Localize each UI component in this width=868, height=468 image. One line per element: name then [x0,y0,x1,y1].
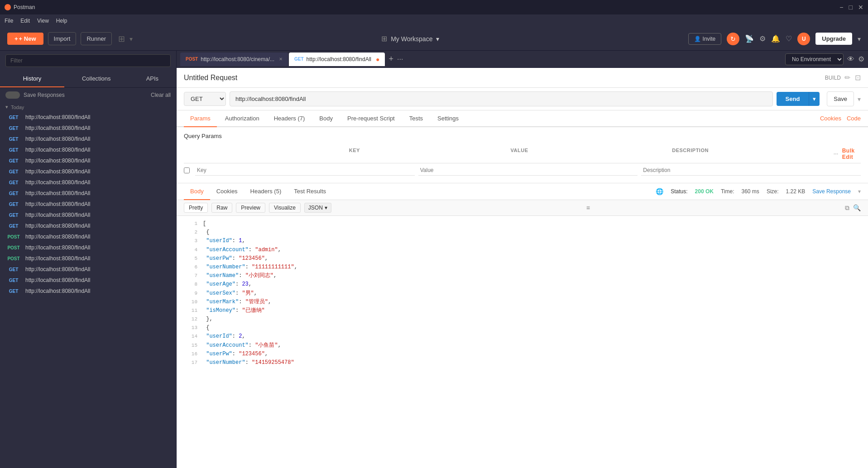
params-more-icon[interactable]: ··· [834,151,839,157]
bulk-edit-link[interactable]: Bulk Edit [842,148,861,160]
method-select[interactable]: GET POST PUT DELETE [184,92,226,106]
import-button[interactable]: Import [48,32,77,45]
url-input[interactable] [230,91,773,106]
history-item[interactable]: GEThttp://localhost:8080/findAll [0,112,176,123]
history-item[interactable]: POSThttp://localhost:8080/findAll [0,242,176,253]
history-item[interactable]: GEThttp://localhost:8080/findAll [0,144,176,155]
params-row-checkbox[interactable] [184,167,190,173]
history-item[interactable]: GEThttp://localhost:8080/findAll [0,199,176,210]
search-input[interactable] [5,54,171,67]
chevron-down-icon[interactable]: ▾ [5,104,8,110]
bell-icon[interactable]: 🔔 [771,34,780,43]
save-responses-toggle-switch[interactable] [5,91,20,99]
raw-button[interactable]: Raw [211,203,232,213]
avatar[interactable]: U [797,33,810,45]
req-tab-settings[interactable]: Settings [431,110,465,127]
sidebar-tab-apis[interactable]: APIs [129,71,176,87]
key-input[interactable] [195,165,415,176]
history-item[interactable]: GEThttp://localhost:8080/findAll [0,286,176,296]
window-controls[interactable]: − □ ✕ [839,4,863,11]
cookies-link[interactable]: Cookies [820,115,841,122]
menu-view[interactable]: View [37,18,49,24]
value-input[interactable] [418,165,638,176]
req-tab-pre-request[interactable]: Pre-request Script [341,110,401,127]
sidebar-tab-collections[interactable]: Collections [64,71,129,87]
desc-input[interactable] [641,165,861,176]
add-tab-button[interactable]: + [386,54,396,64]
menu-edit[interactable]: Edit [20,18,30,24]
sidebar-toolbar: Save Responses Clear all [0,88,176,102]
search-response-icon[interactable]: 🔍 [853,204,861,212]
history-item[interactable]: POSThttp://localhost:8080/findAll [0,231,176,242]
params-empty-row [184,163,861,177]
history-item[interactable]: GEThttp://localhost:8080/findAll [0,155,176,166]
workspace-button[interactable]: ⊞ My Workspace ▾ [381,34,439,43]
history-item[interactable]: GEThttp://localhost:8080/findAll [0,275,176,286]
maximize-icon[interactable]: □ [849,4,853,11]
menu-help[interactable]: Help [56,18,67,24]
save-response-chevron[interactable]: ▾ [858,188,861,195]
sidebar-tab-history[interactable]: History [0,71,64,87]
tab-post-cinema[interactable]: POST http://localhost:8080/cinema/... ✕ [180,53,288,66]
history-item[interactable]: GEThttp://localhost:8080/findAll [0,177,176,188]
history-item[interactable]: POSThttp://localhost:8080/findAll [0,253,176,264]
history-url-text: http://localhost:8080/findAll [25,168,90,175]
tab-get-close[interactable]: ● [376,56,379,63]
res-tab-test-results[interactable]: Test Results [288,183,332,200]
history-item[interactable]: GEThttp://localhost:8080/findAll [0,166,176,177]
runner-button[interactable]: Runner [81,32,112,45]
lines-icon[interactable]: ≡ [586,204,590,211]
send-button[interactable]: Send [777,92,809,106]
line-number: 7 [184,272,197,280]
preview-button[interactable]: Preview [236,203,265,213]
req-tab-authorization[interactable]: Authorization [219,110,266,127]
upgrade-chevron[interactable]: ▾ [858,35,861,43]
settings-env-icon[interactable]: ⚙ [858,55,864,63]
res-tab-cookies[interactable]: Cookies [210,183,244,200]
upgrade-button[interactable]: Upgrade [815,33,852,45]
history-item[interactable]: GEThttp://localhost:8080/findAll [0,188,176,199]
history-item[interactable]: GEThttp://localhost:8080/findAll [0,264,176,275]
req-tab-tests[interactable]: Tests [403,110,429,127]
tab-get-method: GET [294,57,304,62]
radar-icon[interactable]: 📡 [745,34,754,43]
send-dropdown[interactable]: ▾ [809,92,820,106]
tab-get-findall[interactable]: GET http://localhost:8080/findAll ● [289,53,385,66]
new-button[interactable]: + + New [7,33,43,45]
layout-chevron[interactable]: ▾ [129,35,133,43]
eye-icon[interactable]: 👁 [847,55,854,63]
res-tab-body[interactable]: Body [184,183,210,200]
heart-icon[interactable]: ♡ [786,34,792,43]
settings-icon[interactable]: ⚙ [759,34,766,43]
visualize-button[interactable]: Visualize [269,203,301,213]
history-item[interactable]: GEThttp://localhost:8080/findAll [0,123,176,134]
tab-post-close[interactable]: ✕ [279,57,283,62]
res-tab-headers[interactable]: Headers (5) [244,183,288,200]
req-tab-headers[interactable]: Headers (7) [268,110,312,127]
minimize-icon[interactable]: − [839,4,843,11]
sync-button[interactable]: ↻ [727,33,739,45]
close-icon[interactable]: ✕ [858,4,863,11]
save-dropdown-icon[interactable]: ▾ [858,96,861,103]
params-desc-header: DESCRIPTION [672,148,834,160]
history-item[interactable]: GEThttp://localhost:8080/findAll [0,220,176,231]
more-tabs-button[interactable]: ··· [397,55,403,63]
clear-all-button[interactable]: Clear all [151,92,171,98]
history-item[interactable]: GEThttp://localhost:8080/findAll [0,134,176,144]
params-table: KEY VALUE DESCRIPTION ··· Bulk Edit [184,145,861,177]
pretty-button[interactable]: Pretty [184,203,208,213]
menu-file[interactable]: File [5,18,13,24]
invite-button[interactable]: 👤 Invite [688,33,722,45]
layout-icon[interactable]: ⊞ [118,34,125,44]
req-tab-params[interactable]: Params [184,110,217,127]
code-link[interactable]: Code [847,115,861,122]
req-tab-body[interactable]: Body [313,110,339,127]
layout-icon[interactable]: ⊡ [855,73,861,82]
environment-select[interactable]: No Environment [785,53,844,65]
save-response-button[interactable]: Save Response [812,188,851,195]
format-dropdown[interactable]: JSON ▾ [304,203,331,213]
history-item[interactable]: GEThttp://localhost:8080/findAll [0,210,176,220]
edit-icon[interactable]: ✏ [844,73,850,82]
copy-icon[interactable]: ⧉ [845,204,849,212]
save-button[interactable]: Save [827,91,854,106]
